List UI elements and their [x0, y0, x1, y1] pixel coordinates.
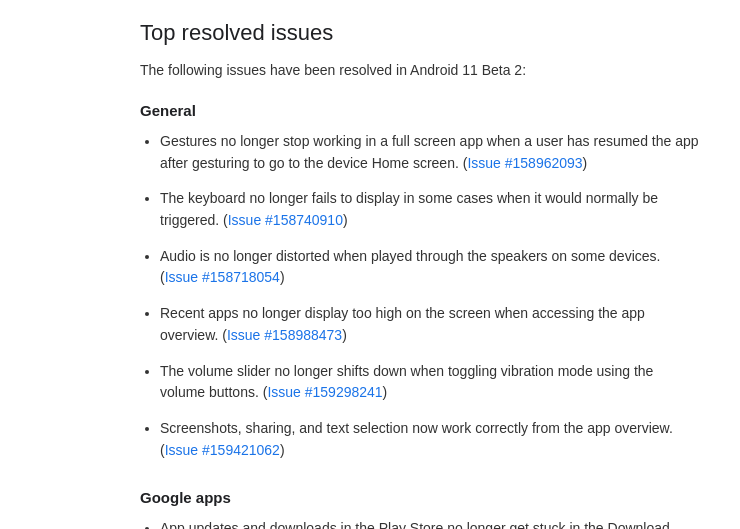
list-item: The volume slider no longer shifts down …	[160, 361, 700, 404]
item-text: Gestures no longer stop working in a ful…	[160, 133, 699, 171]
list-item: Audio is no longer distorted when played…	[160, 246, 700, 289]
list-item: App updates and downloads in the Play St…	[160, 518, 700, 529]
section-heading-google-apps: Google apps	[140, 489, 700, 506]
section-heading-general: General	[140, 102, 700, 119]
list-item: Recent apps no longer display too high o…	[160, 303, 700, 346]
item-text: The volume slider no longer shifts down …	[160, 363, 653, 401]
section-google-apps: Google appsApp updates and downloads in …	[140, 489, 700, 529]
intro-text: The following issues have been resolved …	[140, 62, 700, 78]
item-text: App updates and downloads in the Play St…	[160, 520, 670, 529]
issue-link[interactable]: Issue #159421062	[165, 442, 280, 458]
page-title: Top resolved issues	[140, 20, 700, 46]
issue-link[interactable]: Issue #158718054	[165, 269, 280, 285]
issue-link[interactable]: Issue #158988473	[227, 327, 342, 343]
section-list-general: Gestures no longer stop working in a ful…	[140, 131, 700, 461]
section-general: GeneralGestures no longer stop working i…	[140, 102, 700, 461]
list-item: The keyboard no longer fails to display …	[160, 188, 700, 231]
issue-link[interactable]: Issue #158740910	[228, 212, 343, 228]
section-list-google-apps: App updates and downloads in the Play St…	[140, 518, 700, 529]
list-item: Screenshots, sharing, and text selection…	[160, 418, 700, 461]
list-item: Gestures no longer stop working in a ful…	[160, 131, 700, 174]
issue-link[interactable]: Issue #159298241	[267, 384, 382, 400]
issue-link[interactable]: Issue #158962093	[467, 155, 582, 171]
